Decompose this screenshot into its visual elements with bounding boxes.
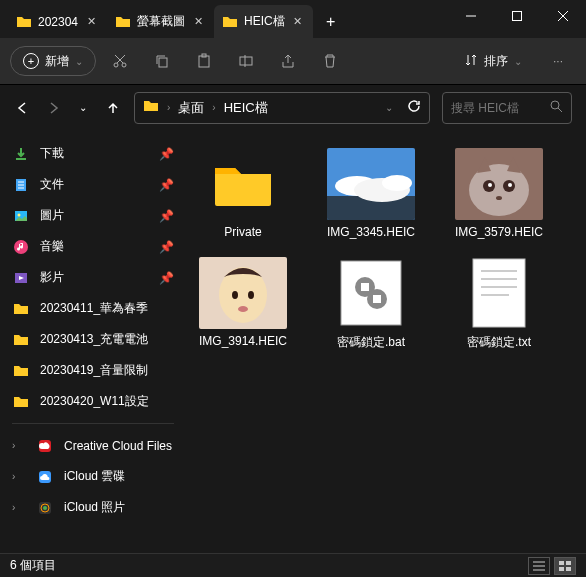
breadcrumb-seg-0[interactable]: 桌面	[178, 99, 204, 117]
thumbnail	[199, 257, 287, 329]
folder-icon	[12, 362, 30, 380]
search-box[interactable]	[442, 92, 572, 124]
close-icon[interactable]: ✕	[291, 15, 305, 29]
copy-button[interactable]	[144, 43, 180, 79]
chevron-right-icon: ›	[12, 502, 26, 513]
file-item-2[interactable]: IMG_3579.HEIC	[446, 148, 552, 239]
svg-point-33	[382, 175, 412, 191]
folder-icon	[143, 98, 159, 117]
rename-button[interactable]	[228, 43, 264, 79]
svg-line-6	[117, 55, 125, 63]
sidebar-drive-2[interactable]: › iCloud 照片	[0, 492, 186, 523]
minimize-button[interactable]	[448, 0, 494, 32]
sidebar-folder-3[interactable]: 20230420_W11設定	[0, 386, 186, 417]
svg-rect-1	[513, 12, 522, 21]
breadcrumb-seg-1[interactable]: HEIC檔	[224, 99, 268, 117]
maximize-button[interactable]	[494, 0, 540, 32]
status-bar: 6 個項目	[0, 553, 586, 577]
up-button[interactable]	[104, 99, 122, 117]
sidebar-pinned-1[interactable]: 文件 📌	[0, 169, 186, 200]
cut-button[interactable]	[102, 43, 138, 79]
video-icon	[12, 269, 30, 287]
sidebar-pinned-2[interactable]: 圖片 📌	[0, 200, 186, 231]
file-label: IMG_3345.HEIC	[327, 225, 415, 239]
sort-label: 排序	[484, 53, 508, 70]
svg-rect-51	[473, 259, 525, 327]
svg-point-45	[238, 306, 248, 312]
title-bar: 202304 ✕ 螢幕截圖 ✕ HEIC檔 ✕ +	[0, 0, 586, 38]
sidebar: 下載 📌 文件 📌 圖片 📌 音樂 📌 影片 📌 20230411_華為春季	[0, 130, 186, 553]
content-area[interactable]: Private IMG_3345.HEIC IMG_3579.HEIC IMG_…	[186, 130, 586, 553]
sidebar-pinned-0[interactable]: 下載 📌	[0, 138, 186, 169]
svg-rect-49	[361, 283, 369, 291]
pin-icon: 📌	[159, 147, 174, 161]
iphoto-icon	[36, 499, 54, 517]
chevron-down-icon[interactable]: ⌄	[385, 102, 393, 113]
tab-0[interactable]: 202304 ✕	[8, 5, 106, 38]
sidebar-pinned-3[interactable]: 音樂 📌	[0, 231, 186, 262]
file-label: IMG_3579.HEIC	[455, 225, 543, 239]
new-tab-button[interactable]: +	[314, 5, 348, 38]
search-icon	[550, 100, 563, 116]
more-button[interactable]: ···	[540, 43, 576, 79]
details-view-button[interactable]	[528, 557, 550, 575]
share-button[interactable]	[270, 43, 306, 79]
file-label: Private	[224, 225, 261, 239]
sidebar-item-label: 音樂	[40, 238, 64, 255]
window-controls	[448, 0, 586, 38]
tab-1[interactable]: 螢幕截圖 ✕	[107, 5, 213, 38]
search-input[interactable]	[451, 101, 544, 115]
forward-button[interactable]	[44, 99, 62, 117]
svg-rect-59	[559, 561, 564, 565]
file-label: 密碼鎖定.bat	[337, 334, 405, 351]
close-icon[interactable]: ✕	[191, 15, 205, 29]
toolbar: + 新增 ⌄ 排序 ⌄ ···	[0, 38, 586, 84]
body: 下載 📌 文件 📌 圖片 📌 音樂 📌 影片 📌 20230411_華為春季	[0, 130, 586, 553]
back-button[interactable]	[14, 99, 32, 117]
svg-point-40	[496, 196, 502, 200]
thumbnail	[199, 148, 287, 220]
sidebar-drive-1[interactable]: › iCloud 雲碟	[0, 461, 186, 492]
item-count: 6 個項目	[10, 557, 56, 574]
svg-point-4	[114, 63, 118, 67]
file-item-1[interactable]: IMG_3345.HEIC	[318, 148, 424, 239]
sidebar-folder-0[interactable]: 20230411_華為春季	[0, 293, 186, 324]
refresh-button[interactable]	[407, 99, 421, 116]
address-bar[interactable]: › 桌面 › HEIC檔 ⌄	[134, 92, 430, 124]
delete-button[interactable]	[312, 43, 348, 79]
sidebar-drive-0[interactable]: › Creative Cloud Files	[0, 430, 186, 461]
sidebar-folder-2[interactable]: 20230419_音量限制	[0, 355, 186, 386]
paste-button[interactable]	[186, 43, 222, 79]
icloud-icon	[36, 468, 54, 486]
folder-icon	[12, 393, 30, 411]
sidebar-item-label: iCloud 照片	[64, 499, 125, 516]
download-icon	[12, 145, 30, 163]
music-icon	[12, 238, 30, 256]
chevron-right-icon: ›	[212, 102, 215, 113]
tab-label: HEIC檔	[244, 13, 285, 30]
file-item-0[interactable]: Private	[190, 148, 296, 239]
sidebar-pinned-4[interactable]: 影片 📌	[0, 262, 186, 293]
close-icon[interactable]: ✕	[84, 15, 98, 29]
tab-2[interactable]: HEIC檔 ✕	[214, 5, 313, 38]
file-item-4[interactable]: 密碼鎖定.bat	[318, 257, 424, 351]
chevron-down-icon: ⌄	[514, 56, 522, 67]
close-window-button[interactable]	[540, 0, 586, 32]
thumbnail	[455, 148, 543, 220]
file-item-3[interactable]: IMG_3914.HEIC	[190, 257, 296, 351]
svg-rect-60	[566, 561, 571, 565]
sidebar-folder-1[interactable]: 20230413_充電電池	[0, 324, 186, 355]
cc-icon	[36, 437, 54, 455]
svg-rect-9	[199, 56, 209, 67]
file-item-5[interactable]: 密碼鎖定.txt	[446, 257, 552, 351]
folder-icon	[12, 331, 30, 349]
sort-button[interactable]: 排序 ⌄	[452, 46, 534, 76]
thumbnails-view-button[interactable]	[554, 557, 576, 575]
new-button[interactable]: + 新增 ⌄	[10, 46, 96, 76]
recent-button[interactable]: ⌄	[74, 99, 92, 117]
sidebar-item-label: 20230413_充電電池	[40, 331, 148, 348]
thumbnail	[327, 257, 415, 329]
sidebar-item-label: 圖片	[40, 207, 64, 224]
folder-icon	[115, 14, 131, 30]
plus-icon: +	[23, 53, 39, 69]
